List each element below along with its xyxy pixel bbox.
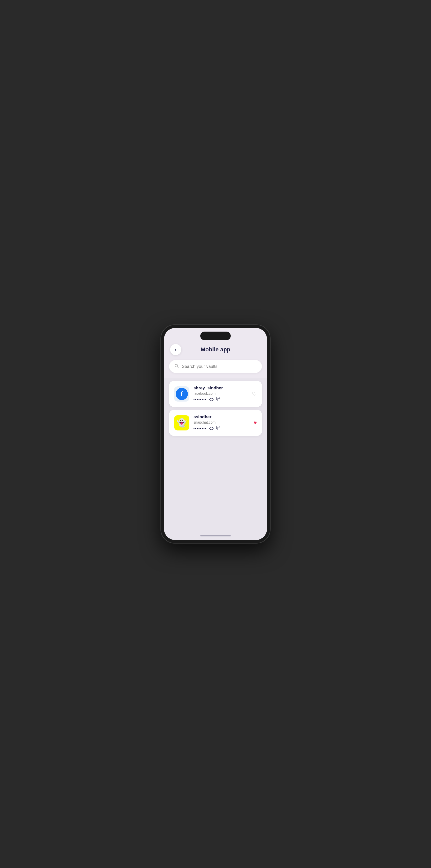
vault-card-facebook[interactable]: f shrey_sindher facebook.com ••••••••: [169, 381, 262, 407]
svg-point-2: [211, 399, 212, 400]
svg-rect-3: [218, 398, 220, 401]
vault-domain-facebook: facebook.com: [193, 392, 248, 396]
favorite-button-snapchat[interactable]: ♥: [253, 420, 257, 426]
copy-icon-facebook[interactable]: [216, 397, 220, 402]
svg-point-4: [211, 428, 212, 429]
search-input[interactable]: [182, 364, 257, 369]
page-title: Mobile app: [201, 346, 230, 353]
password-mask-facebook: ••••••••: [193, 398, 207, 402]
bottom-spacer: [164, 458, 267, 532]
search-icon: [174, 364, 179, 369]
vault-info-facebook: shrey_sindher facebook.com ••••••••: [193, 385, 248, 402]
copy-icon-snapchat[interactable]: [216, 426, 220, 431]
vault-username-snapchat: ssindher: [193, 414, 249, 420]
svg-point-0: [175, 364, 178, 367]
phone-screen: ‹ Mobile app f: [164, 328, 267, 540]
back-arrow-icon: ‹: [175, 347, 177, 352]
back-button[interactable]: ‹: [170, 344, 181, 355]
facebook-icon: f: [176, 388, 188, 400]
home-bar: [200, 535, 231, 536]
search-box: [169, 360, 262, 373]
dynamic-island: [200, 332, 231, 340]
eye-icon-facebook[interactable]: [209, 398, 214, 402]
phone-frame: ‹ Mobile app f: [161, 325, 270, 543]
vault-icon-snapchat: 👻: [174, 415, 189, 430]
favorite-button-facebook[interactable]: ♡: [252, 391, 257, 397]
vault-password-row-snapchat: ••••••••: [193, 426, 249, 431]
vault-password-row-facebook: ••••••••: [193, 397, 248, 402]
eye-icon-snapchat[interactable]: [209, 426, 214, 431]
vault-icon-facebook: f: [174, 386, 189, 402]
home-indicator: [164, 531, 267, 540]
vault-card-snapchat[interactable]: 👻 ssindher snapchat.com ••••••••: [169, 410, 262, 436]
vault-list: f shrey_sindher facebook.com ••••••••: [164, 378, 267, 458]
vault-username-facebook: shrey_sindher: [193, 385, 248, 391]
snapchat-icon: 👻: [177, 418, 187, 428]
vault-domain-snapchat: snapchat.com: [193, 420, 249, 424]
svg-rect-5: [218, 427, 220, 430]
vault-info-snapchat: ssindher snapchat.com ••••••••: [193, 414, 249, 431]
search-container: [164, 358, 267, 378]
password-mask-snapchat: ••••••••: [193, 427, 207, 430]
svg-line-1: [178, 367, 179, 368]
